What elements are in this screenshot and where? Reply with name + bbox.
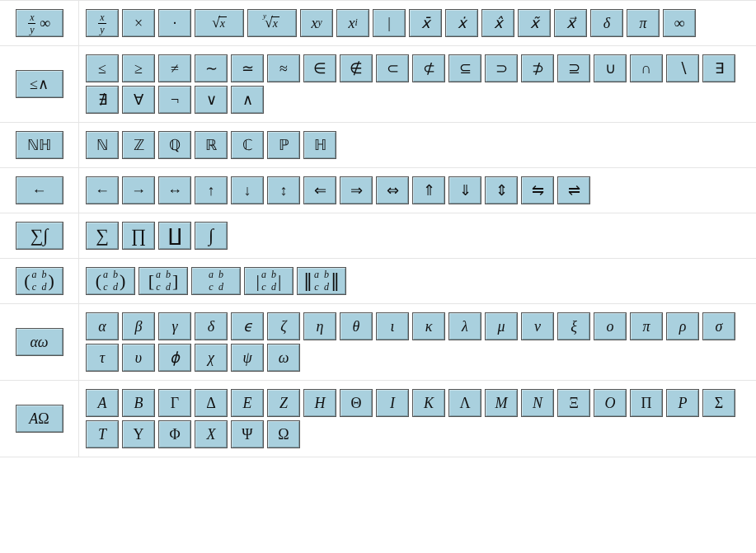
- symbol-xi[interactable]: ξ: [557, 312, 590, 340]
- symbol-Leftarrow[interactable]: ⇐: [303, 176, 336, 204]
- symbol-Chi[interactable]: X: [195, 420, 228, 448]
- symbol-upsilon[interactable]: υ: [122, 344, 155, 372]
- symbol-integers[interactable]: ℤ: [122, 131, 155, 159]
- symbol-kappa[interactable]: κ: [412, 312, 445, 340]
- category-matrices[interactable]: (abcd): [16, 267, 63, 295]
- category-relations[interactable]: ≤∧: [16, 70, 63, 98]
- category-arrows[interactable]: ←: [16, 176, 63, 204]
- symbol-notin[interactable]: ∉: [340, 54, 373, 82]
- symbol-subseteq[interactable]: ⊆: [448, 54, 481, 82]
- symbol-theta[interactable]: θ: [340, 312, 373, 340]
- symbol-sim[interactable]: ∼: [195, 54, 228, 82]
- symbol-Eta[interactable]: H: [303, 389, 336, 417]
- symbol-Theta[interactable]: Θ: [340, 389, 373, 417]
- symbol-Psi[interactable]: Ψ: [231, 420, 264, 448]
- symbol-prod[interactable]: ∏: [122, 222, 155, 250]
- symbol-Xi[interactable]: Ξ: [557, 389, 590, 417]
- symbol-bmatrix[interactable]: [abcd]: [139, 267, 188, 295]
- symbol-iota[interactable]: ι: [376, 312, 409, 340]
- symbol-chi[interactable]: χ: [195, 344, 228, 372]
- symbol-Upsilon[interactable]: Υ: [122, 420, 155, 448]
- symbol-sum[interactable]: ∑: [86, 222, 119, 250]
- symbol-approx[interactable]: ≈: [267, 54, 300, 82]
- symbol-Epsilon[interactable]: E: [231, 389, 264, 417]
- symbol-Mu[interactable]: M: [485, 389, 518, 417]
- symbol-Tau[interactable]: T: [86, 420, 119, 448]
- symbol-mu[interactable]: μ: [485, 312, 518, 340]
- symbol-xbar[interactable]: x̄: [409, 9, 442, 37]
- symbol-Downarrow[interactable]: ⇓: [448, 176, 481, 204]
- symbol-Kappa[interactable]: K: [412, 389, 445, 417]
- symbol-times[interactable]: ×: [122, 9, 155, 37]
- symbol-Updownarrow[interactable]: ⇕: [485, 176, 518, 204]
- symbol-lambda[interactable]: λ: [448, 312, 481, 340]
- symbol-updownarrow[interactable]: ↕: [267, 176, 300, 204]
- symbol-Alpha[interactable]: A: [86, 389, 119, 417]
- symbol-rationals[interactable]: ℚ: [158, 131, 191, 159]
- symbol-tau[interactable]: τ: [86, 344, 119, 372]
- symbol-rightarrow[interactable]: →: [122, 176, 155, 204]
- symbol-Rho[interactable]: P: [666, 389, 699, 417]
- symbol-neq[interactable]: ≠: [158, 54, 191, 82]
- symbol-omicron[interactable]: o: [594, 312, 627, 340]
- symbol-subscript[interactable]: xi: [336, 9, 369, 37]
- symbol-psi[interactable]: ψ: [231, 344, 264, 372]
- symbol-complex[interactable]: ℂ: [231, 131, 264, 159]
- symbol-rho[interactable]: ρ: [666, 312, 699, 340]
- symbol-simeq[interactable]: ≃: [231, 54, 264, 82]
- symbol-nsupset[interactable]: ⊅: [521, 54, 554, 82]
- symbol-delta-lower[interactable]: δ: [195, 312, 228, 340]
- symbol-leftrightharpoons[interactable]: ⇋: [521, 176, 554, 204]
- symbol-setminus[interactable]: ∖: [666, 54, 699, 82]
- symbol-sigma[interactable]: σ: [702, 312, 735, 340]
- symbol-epsilon[interactable]: ϵ: [231, 312, 264, 340]
- symbol-vert[interactable]: |: [373, 9, 406, 37]
- symbol-primes[interactable]: ℙ: [267, 131, 300, 159]
- symbol-cap[interactable]: ∩: [630, 54, 663, 82]
- symbol-Omicron[interactable]: O: [594, 389, 627, 417]
- symbol-int[interactable]: ∫: [195, 222, 228, 250]
- symbol-gamma[interactable]: γ: [158, 312, 191, 340]
- symbol-supseteq[interactable]: ⊇: [557, 54, 590, 82]
- symbol-geq[interactable]: ≥: [122, 54, 155, 82]
- symbol-Sigma[interactable]: Σ: [702, 389, 735, 417]
- category-greek-upper[interactable]: AΩ: [16, 405, 63, 433]
- symbol-nthroot[interactable]: y√x: [247, 9, 297, 37]
- symbol-nexists[interactable]: ∄: [86, 86, 119, 114]
- symbol-neg[interactable]: ¬: [158, 86, 191, 114]
- symbol-phi[interactable]: ϕ: [158, 344, 191, 372]
- symbol-alpha[interactable]: α: [86, 312, 119, 340]
- symbol-leftarrow[interactable]: ←: [86, 176, 119, 204]
- symbol-Beta[interactable]: B: [122, 389, 155, 417]
- symbol-lor[interactable]: ∨: [195, 86, 228, 114]
- symbol-subset[interactable]: ⊂: [376, 54, 409, 82]
- symbol-infty[interactable]: ∞: [663, 9, 696, 37]
- symbol-cdot[interactable]: ·: [158, 9, 191, 37]
- symbol-xdot[interactable]: ẋ: [445, 9, 478, 37]
- symbol-supset[interactable]: ⊃: [485, 54, 518, 82]
- symbol-Iota[interactable]: I: [376, 389, 409, 417]
- symbol-in[interactable]: ∈: [303, 54, 336, 82]
- category-number-sets[interactable]: ℕℍ: [16, 131, 63, 159]
- symbol-nu[interactable]: ν: [521, 312, 554, 340]
- symbol-Vmatrix[interactable]: ‖abcd‖: [297, 267, 346, 295]
- symbol-delta[interactable]: δ: [590, 9, 623, 37]
- symbol-Nu[interactable]: N: [521, 389, 554, 417]
- symbol-naturals[interactable]: ℕ: [86, 131, 119, 159]
- symbol-xvec[interactable]: x⃗: [554, 9, 587, 37]
- symbol-leq[interactable]: ≤: [86, 54, 119, 82]
- symbol-pi-lower[interactable]: π: [630, 312, 663, 340]
- symbol-Uparrow[interactable]: ⇑: [412, 176, 445, 204]
- symbol-Pi[interactable]: Π: [630, 389, 663, 417]
- symbol-omega[interactable]: ω: [267, 344, 300, 372]
- symbol-Zeta[interactable]: Z: [267, 389, 300, 417]
- symbol-quaternions[interactable]: ℍ: [303, 131, 336, 159]
- symbol-reals[interactable]: ℝ: [195, 131, 228, 159]
- symbol-cup[interactable]: ∪: [594, 54, 627, 82]
- symbol-coprod[interactable]: ∐: [158, 222, 191, 250]
- symbol-Rightarrow[interactable]: ⇒: [340, 176, 373, 204]
- symbol-fraction[interactable]: xy: [86, 9, 119, 37]
- symbol-xtilde[interactable]: x̃: [518, 9, 551, 37]
- symbol-Leftrightarrow[interactable]: ⇔: [376, 176, 409, 204]
- symbol-downarrow[interactable]: ↓: [231, 176, 264, 204]
